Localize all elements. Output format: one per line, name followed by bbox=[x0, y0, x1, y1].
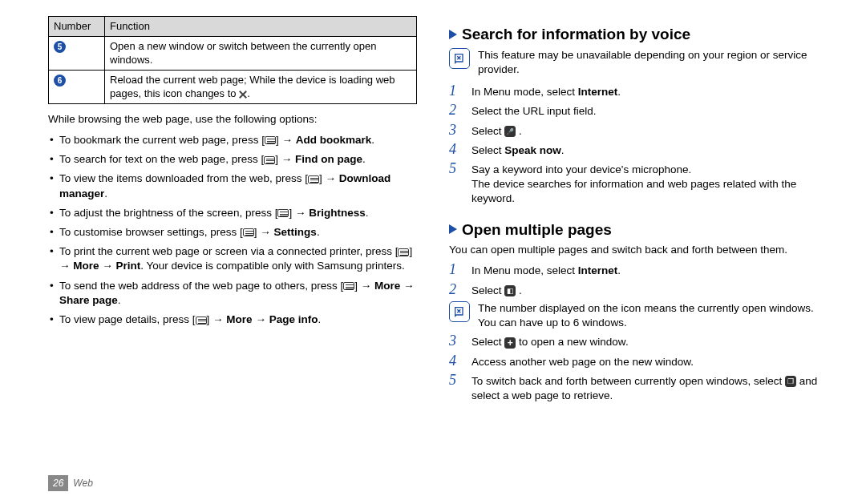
circle-number-5: 5 bbox=[54, 41, 66, 53]
right-column: Search for information by voice This fea… bbox=[449, 16, 818, 406]
step-body: Access another web page on the new windo… bbox=[471, 353, 818, 369]
windows-icon bbox=[504, 285, 516, 296]
steps-voice: 1In Menu mode, select Internet. 2Select … bbox=[449, 83, 818, 207]
step-body: Select to open a new window. bbox=[471, 333, 818, 349]
list-item: To customise browser settings, press [] … bbox=[48, 225, 417, 240]
step-body: In Menu mode, select Internet. bbox=[471, 83, 818, 99]
note-box: This feature may be unavailable dependin… bbox=[449, 48, 818, 77]
note-box: The number displayed on the icon means t… bbox=[449, 301, 818, 330]
th-number: Number bbox=[49, 17, 105, 37]
step-num: 3 bbox=[449, 123, 463, 139]
page-footer: 26 Web bbox=[48, 475, 93, 491]
menu-icon bbox=[277, 209, 289, 217]
steps-pages2: 3Select to open a new window. 4Access an… bbox=[449, 333, 818, 403]
section-label: Web bbox=[73, 477, 92, 490]
menu-icon bbox=[264, 156, 275, 164]
left-column: Number Function 5 Open a new window or s… bbox=[48, 16, 417, 406]
list-item: To adjust the brightness of the screen, … bbox=[48, 206, 417, 220]
mic-icon bbox=[504, 126, 516, 137]
heading-search-voice: Search for information by voice bbox=[449, 24, 818, 45]
step-num: 5 bbox=[449, 161, 463, 207]
menu-icon bbox=[398, 248, 409, 256]
step-body: Select the URL input field. bbox=[471, 103, 818, 119]
options-list: To bookmark the current web page, press … bbox=[48, 133, 417, 327]
th-function: Function bbox=[105, 17, 417, 37]
window-stack-icon bbox=[785, 376, 796, 387]
step-num: 4 bbox=[449, 142, 463, 158]
step-body: In Menu mode, select Internet. bbox=[471, 262, 818, 278]
table-row: 5 Open a new window or switch between th… bbox=[49, 36, 417, 70]
func-6: Reload the current web page; While the d… bbox=[105, 70, 417, 103]
menu-icon bbox=[243, 228, 254, 236]
step-body: Select . bbox=[471, 282, 818, 298]
plus-icon bbox=[504, 337, 516, 349]
func-5: Open a new window or switch between the … bbox=[105, 36, 417, 70]
step-body: Select Speak now. bbox=[471, 142, 818, 158]
chevron-icon bbox=[449, 30, 457, 39]
menu-icon bbox=[196, 317, 207, 325]
list-item: To view the items downloaded from the we… bbox=[48, 171, 417, 200]
step-num: 2 bbox=[449, 103, 463, 119]
chevron-icon bbox=[449, 224, 457, 234]
page-number: 26 bbox=[48, 475, 68, 491]
menu-icon bbox=[265, 136, 276, 144]
list-item: To send the web address of the web page … bbox=[48, 279, 417, 308]
step-body: Select . bbox=[471, 123, 818, 139]
list-item: To view page details, press [] → More → … bbox=[48, 312, 417, 327]
circle-number-6: 6 bbox=[54, 75, 66, 87]
table-row: 6 Reload the current web page; While the… bbox=[49, 70, 417, 103]
step-num: 5 bbox=[449, 373, 463, 403]
step-num: 2 bbox=[449, 282, 463, 298]
x-icon bbox=[239, 91, 247, 99]
note-text: The number displayed on the icon means t… bbox=[478, 301, 818, 330]
step-body: Say a keyword into your device's microph… bbox=[471, 161, 818, 207]
note-text: This feature may be unavailable dependin… bbox=[478, 48, 818, 77]
menu-icon bbox=[343, 282, 354, 290]
list-item: To print the current web page or screen … bbox=[48, 244, 417, 273]
list-item: To search for text on the web page, pres… bbox=[48, 152, 417, 167]
intro-text: While browsing the web page, use the fol… bbox=[48, 112, 417, 127]
menu-icon bbox=[308, 175, 319, 183]
steps-pages: 1In Menu mode, select Internet. 2Select … bbox=[449, 262, 818, 297]
lead-text: You can open multiple pages and switch b… bbox=[449, 243, 818, 257]
note-icon bbox=[449, 301, 470, 322]
step-num: 4 bbox=[449, 353, 463, 369]
step-num: 1 bbox=[449, 83, 463, 99]
function-table: Number Function 5 Open a new window or s… bbox=[48, 16, 417, 104]
heading-multiple-pages: Open multiple pages bbox=[449, 220, 818, 240]
note-icon bbox=[449, 48, 470, 69]
step-body: To switch back and forth between current… bbox=[471, 373, 818, 403]
step-num: 1 bbox=[449, 262, 463, 278]
list-item: To bookmark the current web page, press … bbox=[48, 133, 417, 147]
step-num: 3 bbox=[449, 333, 463, 349]
